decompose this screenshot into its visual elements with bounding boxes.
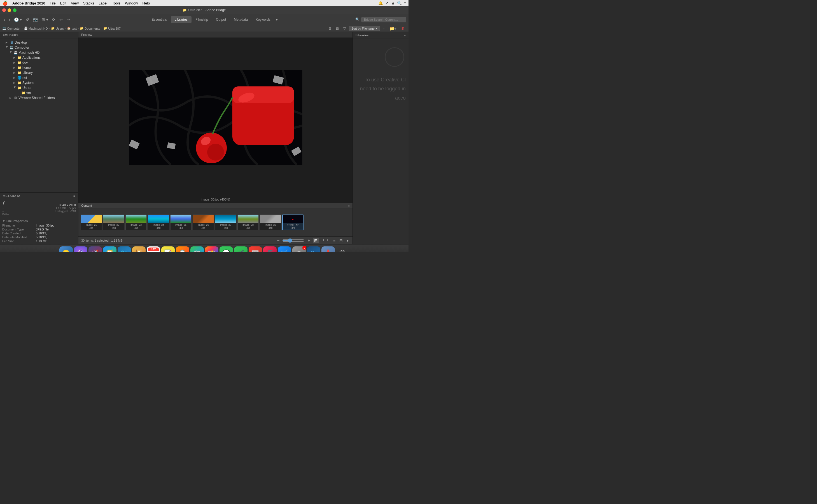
sort-dropdown[interactable]: Sort by Filename ▾: [349, 26, 380, 31]
dock-maps[interactable]: 🗺: [190, 246, 204, 252]
controlcenter-icon[interactable]: ≡: [404, 1, 406, 5]
thumbnail-image27[interactable]: Image_27.jpg: [215, 215, 236, 230]
close-button[interactable]: [2, 8, 6, 12]
view-grid-button[interactable]: ⊞: [313, 238, 319, 243]
dock-siri[interactable]: 🔮: [74, 246, 87, 252]
dock-reminders[interactable]: 📋: [176, 246, 189, 252]
folder-computer[interactable]: ▶ 💻 Computer: [0, 45, 78, 50]
recent-folders-button[interactable]: 🕐 ▾: [13, 17, 23, 23]
get-photo-button[interactable]: 📷: [32, 17, 39, 23]
forward-button[interactable]: ›: [8, 17, 12, 23]
tab-libraries[interactable]: Libraries: [171, 16, 191, 23]
dock-notescalendar[interactable]: 📔: [132, 246, 145, 252]
zoom-slider[interactable]: [282, 238, 305, 243]
dock-appstore[interactable]: 🛒: [278, 246, 291, 252]
zoom-out-button[interactable]: −: [276, 238, 281, 243]
thumbnail-image21[interactable]: Image_21.jpg: [81, 215, 102, 230]
menu-stacks[interactable]: Stacks: [83, 1, 94, 5]
libraries-menu-icon[interactable]: ≡: [404, 34, 406, 37]
menu-label[interactable]: Label: [98, 1, 107, 5]
dock-finder[interactable]: 😊: [59, 246, 73, 252]
menu-file[interactable]: File: [50, 1, 56, 5]
folder-vmware-shared[interactable]: ▶ 🖥 VMware Shared Folders: [0, 95, 78, 100]
rotate-left-button[interactable]: ↺: [24, 17, 30, 23]
dock-news[interactable]: 📰: [249, 246, 262, 252]
menu-help[interactable]: Help: [142, 1, 150, 5]
search-input[interactable]: [362, 17, 406, 22]
dock-notes[interactable]: 📝: [161, 246, 175, 252]
breadcrumb-users[interactable]: 📁 Users: [51, 27, 64, 30]
dock-launchpad[interactable]: 🚀: [88, 246, 102, 252]
folder-dev[interactable]: ▶ 📁 dev: [0, 60, 78, 65]
refresh-button[interactable]: ⟳: [51, 17, 57, 23]
folder-net[interactable]: ▶ 🌐 net: [0, 75, 78, 80]
dock-tweetbot[interactable]: 🐦: [117, 246, 131, 252]
share-icon[interactable]: ↗: [385, 1, 389, 5]
tab-keywords[interactable]: Keywords: [252, 16, 274, 23]
view-more-button[interactable]: ▾: [346, 238, 350, 243]
dock-photos[interactable]: 📸: [205, 246, 219, 252]
delete-button[interactable]: 🗑: [400, 25, 406, 32]
dock-adobebridge[interactable]: Br: [307, 246, 320, 252]
search-menubar-icon[interactable]: 🔍: [397, 1, 402, 5]
refine-button[interactable]: ⊞ ▾: [40, 17, 50, 23]
view-details-button[interactable]: ⊟: [338, 238, 344, 243]
content-menu-icon[interactable]: ≡: [348, 204, 350, 207]
minimize-button[interactable]: [8, 8, 11, 12]
dock-safari[interactable]: 🧭: [103, 246, 116, 252]
new-folder-button[interactable]: 📁+: [388, 25, 398, 32]
folder-desktop[interactable]: ▶ 🖥 Desktop: [0, 40, 78, 45]
tab-metadata[interactable]: Metadata: [230, 16, 252, 23]
metadata-menu-icon[interactable]: ≡: [73, 194, 75, 197]
zoom-in-button[interactable]: +: [306, 238, 311, 243]
tab-output[interactable]: Output: [212, 16, 230, 23]
thumbnail-image29[interactable]: Image_29.jpg: [260, 215, 281, 230]
expand-arrow-icon[interactable]: ▼: [2, 219, 5, 223]
menu-edit[interactable]: Edit: [60, 1, 66, 5]
apple-menu[interactable]: 🍎: [2, 1, 8, 6]
undo-button[interactable]: ↩: [58, 17, 64, 23]
breadcrumb-ultra387[interactable]: 📁 Ultra 387: [103, 27, 121, 30]
breadcrumb-computer[interactable]: 💻 Computer: [2, 27, 20, 30]
dock-systemprefs[interactable]: ⚙ 1: [292, 246, 306, 252]
back-button[interactable]: ‹: [2, 17, 6, 23]
folder-applications[interactable]: ▶ 📁 Applications: [0, 55, 78, 60]
folder-users[interactable]: ▶ 📁 Users: [0, 85, 78, 90]
folder-library[interactable]: ▶ 📁 Library: [0, 70, 78, 75]
dock-calendar[interactable]: NOV 8: [147, 246, 160, 252]
thumbnail-image30[interactable]: ● Image_30.jpg: [282, 215, 304, 230]
tab-filmstrip[interactable]: Filmstrip: [191, 16, 212, 23]
folder-macintosh-hd[interactable]: ▶ 💾 Macintosh HD: [0, 50, 78, 55]
breadcrumb-macintosh[interactable]: 💾 Macintosh HD: [24, 27, 48, 30]
breadcrumb-test[interactable]: 🏠 test: [67, 27, 77, 30]
dock-facetime[interactable]: 📹: [234, 246, 248, 252]
filter-mode-button[interactable]: ⊞: [327, 26, 333, 31]
display-icon[interactable]: 🖥: [391, 1, 395, 5]
dock-messages[interactable]: 💬: [220, 246, 233, 252]
sort-direction-button[interactable]: ↑: [382, 25, 386, 32]
filter-dropdown-button[interactable]: ▽: [342, 26, 347, 31]
folder-system[interactable]: ▶ 📁 System: [0, 80, 78, 85]
thumbnail-image24[interactable]: Image_24.jpg: [148, 215, 169, 230]
tab-essentials[interactable]: Essentials: [147, 16, 171, 23]
menu-view[interactable]: View: [71, 1, 79, 5]
menu-window[interactable]: Window: [125, 1, 138, 5]
redo-button[interactable]: ↪: [65, 17, 71, 23]
folder-vm[interactable]: ▶ 📁 vm: [0, 90, 78, 95]
breadcrumb-documents[interactable]: 📁 Documents: [80, 27, 100, 30]
dock-music[interactable]: 🎵: [263, 246, 277, 252]
dock-trash[interactable]: 🗑: [336, 246, 349, 252]
filter-detail-button[interactable]: ⊟: [335, 26, 340, 31]
thumbnail-image22[interactable]: Image_22.jpg: [103, 215, 124, 230]
maximize-button[interactable]: [13, 8, 17, 12]
thumbnail-image23[interactable]: Image_23.jpg: [125, 215, 147, 230]
dock-downloads[interactable]: 📥: [321, 246, 335, 252]
notification-icon[interactable]: 🔔: [378, 1, 383, 5]
menu-tools[interactable]: Tools: [112, 1, 120, 5]
view-grid2-button[interactable]: ⋮⋮: [320, 238, 330, 243]
folder-home[interactable]: ▶ 📁 home: [0, 65, 78, 70]
more-workspaces-button[interactable]: ▾: [274, 16, 279, 23]
thumbnail-image28[interactable]: Image_28.jpg: [238, 215, 259, 230]
thumbnail-image25[interactable]: Image_25.jpg: [170, 215, 191, 230]
view-list-button[interactable]: ≡: [332, 238, 337, 243]
